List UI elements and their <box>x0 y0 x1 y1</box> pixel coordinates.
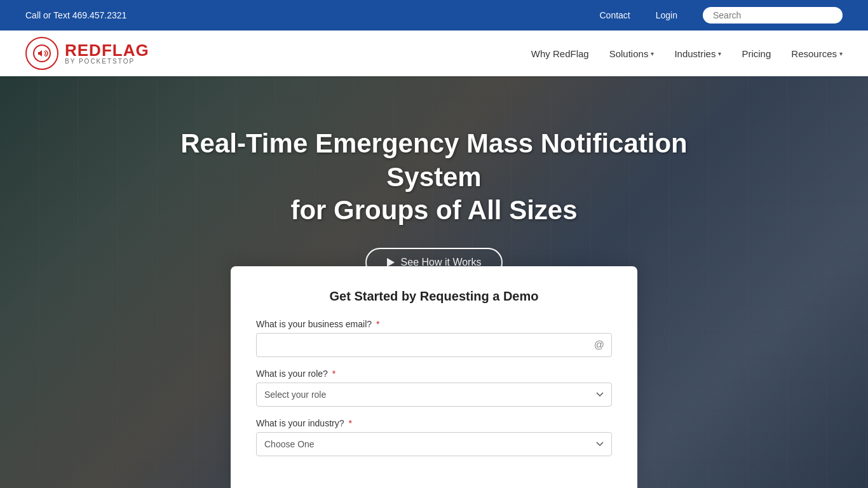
email-label: What is your business email? * <box>256 319 612 329</box>
hero-section: Real-Time Emergency Mass Notification Sy… <box>0 76 868 488</box>
role-required-star: * <box>332 369 336 379</box>
email-input[interactable] <box>256 333 612 357</box>
role-group: What is your role? * Select your role IT… <box>256 369 612 407</box>
top-bar-right: Contact Login <box>599 7 843 24</box>
industry-required-star: * <box>348 418 351 428</box>
logo-icon <box>25 37 58 70</box>
industry-label: What is your industry? * <box>256 418 612 428</box>
contact-link[interactable]: Contact <box>599 10 630 20</box>
solutions-chevron-icon: ▾ <box>651 50 654 57</box>
role-select[interactable]: Select your role IT / Security HR / Oper… <box>256 383 612 407</box>
nav-bar: REDFLAG BY POCKETSTOP Why RedFlag Soluti… <box>0 30 868 76</box>
play-icon <box>387 258 395 267</box>
nav-solutions[interactable]: Solutions ▾ <box>609 48 654 59</box>
nav-industries[interactable]: Industries ▾ <box>674 48 721 59</box>
at-icon: @ <box>594 339 604 351</box>
email-group: What is your business email? * @ <box>256 319 612 357</box>
demo-form-title: Get Started by Requesting a Demo <box>256 289 612 304</box>
search-input[interactable] <box>703 7 843 24</box>
login-link[interactable]: Login <box>656 10 677 20</box>
hero-content: Real-Time Emergency Mass Notification Sy… <box>0 76 868 277</box>
nav-pricing[interactable]: Pricing <box>742 48 771 59</box>
top-bar: Call or Text 469.457.2321 Contact Login <box>0 0 868 30</box>
hero-title: Real-Time Emergency Mass Notification Sy… <box>161 127 707 227</box>
role-label: What is your role? * <box>256 369 612 379</box>
nav-resources[interactable]: Resources ▾ <box>791 48 843 59</box>
nav-links: Why RedFlag Solutions ▾ Industries ▾ Pri… <box>531 48 843 59</box>
resources-chevron-icon: ▾ <box>839 50 843 57</box>
email-input-wrapper: @ <box>256 333 612 357</box>
industry-group: What is your industry? * Choose One Manu… <box>256 418 612 456</box>
logo-sub: BY POCKETSTOP <box>65 58 149 65</box>
nav-why-redflag[interactable]: Why RedFlag <box>531 48 589 59</box>
logo-area: REDFLAG BY POCKETSTOP <box>25 37 149 70</box>
industry-select[interactable]: Choose One Manufacturing Healthcare Educ… <box>256 432 612 456</box>
contact-info: Call or Text 469.457.2321 <box>25 10 126 20</box>
demo-form-card: Get Started by Requesting a Demo What is… <box>231 266 637 488</box>
logo-redflag: REDFLAG <box>65 42 149 58</box>
industries-chevron-icon: ▾ <box>718 50 721 57</box>
logo-text: REDFLAG BY POCKETSTOP <box>65 42 149 65</box>
email-required-star: * <box>376 319 379 329</box>
